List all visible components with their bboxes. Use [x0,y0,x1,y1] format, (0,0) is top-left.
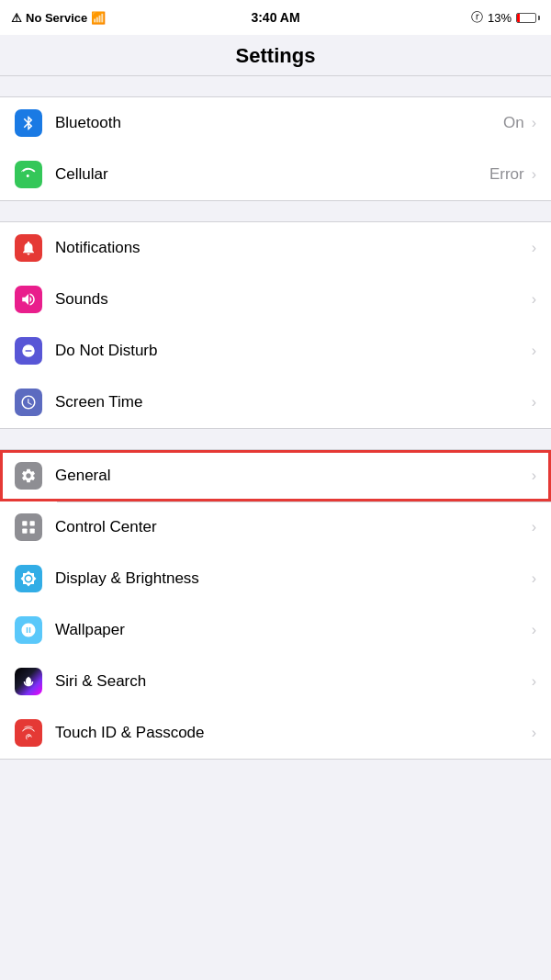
row-touchid[interactable]: Touch ID & Passcode › [0,707,551,759]
row-wallpaper[interactable]: Wallpaper › [0,604,551,656]
bluetooth-value: On [503,114,524,132]
bluetooth-chevron: › [532,115,536,131]
sounds-chevron: › [532,291,536,308]
general-chevron: › [532,467,536,484]
donotdisturb-label: Do Not Disturb [55,342,530,360]
page-title: Settings [0,35,551,76]
row-notifications[interactable]: Notifications › [0,222,551,274]
svg-rect-0 [22,521,27,525]
status-left: ⚠ No Service 📶 [11,11,106,25]
row-controlcenter[interactable]: Control Center › [0,501,551,553]
wallpaper-chevron: › [532,622,536,638]
bluetooth-label: Bluetooth [55,114,503,132]
controlcenter-chevron: › [532,519,536,535]
touchid-icon-bg [15,719,42,747]
battery-icon [516,13,540,23]
siri-icon [20,673,37,690]
battery-fill [517,14,520,22]
notifications-icon-bg [15,234,42,262]
display-chevron: › [532,570,536,587]
location-icon: ⓡ [471,9,483,26]
siri-icon-bg [15,668,42,695]
wallpaper-icon [20,622,37,638]
group-alerts: Notifications › Sounds › Do Not Disturb … [0,221,551,429]
display-icon [20,570,37,587]
battery-body [516,13,536,23]
screentime-label: Screen Time [55,393,530,411]
display-label: Display & Brightness [55,569,530,588]
row-sounds[interactable]: Sounds › [0,274,551,325]
row-siri[interactable]: Siri & Search › [0,656,551,707]
cellular-icon-bg [15,161,42,188]
touchid-label: Touch ID & Passcode [55,724,530,742]
touchid-chevron: › [532,725,536,741]
row-display[interactable]: Display & Brightness › [0,553,551,604]
wifi-icon: 📶 [91,11,106,25]
warning-icon: ⚠ [11,11,22,25]
screentime-chevron: › [532,394,536,411]
siri-chevron: › [532,673,536,690]
bluetooth-icon [20,115,37,131]
donotdisturb-icon [20,343,37,359]
display-icon-bg [15,565,42,592]
siri-label: Siri & Search [55,672,530,691]
row-cellular[interactable]: Cellular Error › [0,149,551,200]
general-icon-bg [15,462,42,490]
touchid-icon [20,725,37,741]
bluetooth-icon-bg [15,109,42,137]
donotdisturb-chevron: › [532,343,536,359]
notifications-icon [20,240,37,256]
cellular-value: Error [489,165,524,184]
cellular-icon [20,166,37,183]
cellular-chevron: › [532,166,536,183]
controlcenter-icon-bg [15,513,42,541]
controlcenter-icon [20,519,37,535]
group-connectivity: Bluetooth On › Cellular Error › [0,96,551,201]
row-bluetooth[interactable]: Bluetooth On › [0,97,551,149]
screentime-icon [20,394,37,411]
notifications-label: Notifications [55,239,530,257]
sounds-label: Sounds [55,290,530,309]
status-bar: ⚠ No Service 📶 3:40 AM ⓡ 13% [0,0,551,35]
group-system: General › Control Center › Display & Bri… [0,449,551,760]
clock: 3:40 AM [251,10,299,25]
svg-rect-3 [30,529,35,534]
controlcenter-label: Control Center [55,518,530,536]
cellular-label: Cellular [55,165,489,184]
sounds-icon-bg [15,286,42,313]
battery-tip [538,16,540,20]
row-general[interactable]: General › [0,450,551,501]
spacer-top [0,76,551,96]
donotdisturb-icon-bg [15,337,42,365]
status-right: ⓡ 13% [471,9,540,26]
sounds-icon [20,291,37,308]
battery-percent: 13% [488,11,512,25]
general-label: General [55,467,530,485]
wallpaper-label: Wallpaper [55,621,530,639]
notifications-chevron: › [532,240,536,256]
svg-rect-2 [22,529,27,534]
row-donotdisturb[interactable]: Do Not Disturb › [0,325,551,377]
carrier-label: No Service [26,11,87,25]
row-screentime[interactable]: Screen Time › [0,377,551,428]
svg-rect-1 [30,521,35,525]
wallpaper-icon-bg [15,616,42,644]
general-icon [20,467,37,484]
screentime-icon-bg [15,389,42,416]
